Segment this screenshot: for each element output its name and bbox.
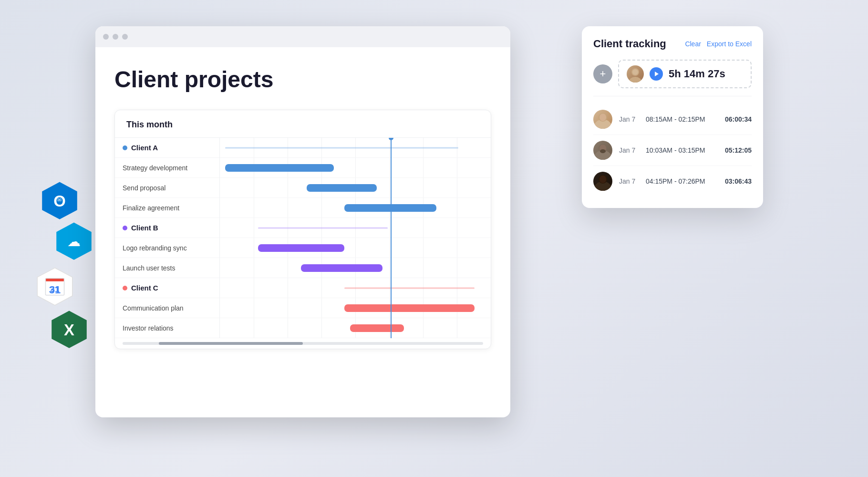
page-title: Client projects [114, 66, 491, 93]
browser-window: Client projects This month Client A Stra… [95, 26, 510, 417]
client-a-dot [123, 145, 127, 150]
browser-content: Client projects This month Client A Stra… [95, 47, 510, 417]
window-dot-2 [113, 34, 118, 40]
log-time-range-1: 08:15AM - 02:15PM [646, 115, 718, 123]
active-timer-row: + 5h 14m 27s [593, 60, 752, 96]
svg-point-25 [599, 176, 606, 183]
gantt-task-label: Investor relations [115, 318, 219, 338]
log-row-3: Jan 7 04:15PM - 07:26PM 03:06:43 [593, 166, 752, 197]
integration-icons: O ✉ ☁ 31 31 X [29, 181, 95, 353]
svg-text:X: X [64, 321, 74, 339]
svg-point-13 [629, 77, 641, 83]
clear-button[interactable]: Clear [685, 40, 701, 48]
gantt-task-label: Launch user tests [115, 258, 219, 278]
log-duration-3: 03:06:43 [725, 177, 752, 185]
gantt-bars [220, 138, 491, 338]
client-b-summary-bar [258, 227, 388, 228]
add-timer-button[interactable]: + [593, 64, 612, 83]
gantt-bar-row [220, 198, 491, 218]
client-a-summary-bar [225, 147, 458, 148]
svg-text:☁: ☁ [67, 234, 81, 249]
client-b-dot [123, 226, 127, 230]
gantt-month-label: This month [126, 120, 173, 129]
svg-rect-7 [45, 278, 64, 281]
gantt-client-c-label: Client C [115, 278, 219, 298]
gantt-task-label: Send proposal [115, 178, 219, 198]
strategy-dev-bar [225, 164, 333, 172]
active-timer-value: 5h 14m 27s [669, 68, 725, 80]
salesforce-icon: ☁ [52, 222, 95, 265]
log-date-3: Jan 7 [619, 177, 639, 185]
gantt-bar-row [220, 138, 491, 158]
send-proposal-bar [307, 184, 377, 192]
gantt-bar-row [220, 258, 491, 278]
browser-titlebar [95, 26, 510, 47]
window-dot-3 [122, 34, 128, 40]
excel-icon: X [48, 310, 91, 353]
export-button[interactable]: Export to Excel [707, 40, 752, 48]
svg-point-18 [599, 114, 606, 121]
log-avatar-2 [593, 141, 612, 160]
active-user-avatar [627, 65, 644, 83]
gantt-labels: Client A Strategy development Send propo… [115, 138, 220, 338]
gantt-scrollbar-thumb[interactable] [159, 342, 303, 345]
svg-point-22 [600, 149, 606, 153]
svg-point-14 [632, 69, 638, 75]
investor-relations-bar [350, 324, 404, 332]
gantt-bar-row [220, 318, 491, 338]
gantt-task-label: Strategy development [115, 158, 219, 178]
log-avatar-1 [593, 110, 612, 129]
gantt-container: This month Client A Strategy development… [114, 110, 491, 349]
tracking-panel: Client tracking Clear Export to Excel + [582, 26, 763, 208]
gantt-task-label: Finalize agreement [115, 198, 219, 218]
tracking-title: Client tracking [593, 38, 666, 50]
gantt-task-label: Logo rebranding sync [115, 238, 219, 258]
tracking-actions: Clear Export to Excel [685, 40, 752, 48]
gantt-task-communication-plan-label: Communication plan [115, 298, 219, 318]
gantt-bar-row [220, 218, 491, 238]
log-duration-2: 05:12:05 [725, 146, 752, 154]
gantt-client-a-label: Client A [115, 138, 219, 158]
gantt-bar-row [220, 158, 491, 178]
window-dot-1 [103, 34, 109, 40]
gantt-header: This month [115, 110, 491, 138]
gantt-bar-row [220, 238, 491, 258]
log-duration-1: 06:00:34 [725, 115, 752, 123]
gantt-body: Client A Strategy development Send propo… [115, 138, 491, 338]
google-calendar-icon: 31 31 [33, 267, 76, 310]
gantt-scrollbar[interactable] [123, 342, 483, 345]
gantt-bar-row [220, 178, 491, 198]
svg-text:31: 31 [50, 284, 60, 294]
log-avatar-3 [593, 172, 612, 191]
gantt-communication-plan-row [220, 298, 491, 318]
communication-plan-bar [344, 304, 475, 312]
log-date-1: Jan 7 [619, 115, 639, 123]
active-timer-card: 5h 14m 27s [618, 60, 752, 88]
today-line [391, 138, 392, 338]
log-row-1: Jan 7 08:15AM - 02:15PM 06:00:34 [593, 104, 752, 135]
logo-rebranding-bar [258, 244, 345, 252]
gantt-client-b-label: Client B [115, 218, 219, 238]
launch-user-tests-bar [301, 264, 382, 272]
log-time-range-3: 04:15PM - 07:26PM [646, 177, 718, 185]
play-icon[interactable] [650, 67, 663, 81]
log-row-2: Jan 7 10:03AM - 03:15PM 05:12:05 [593, 135, 752, 166]
log-time-range-2: 10:03AM - 03:15PM [646, 146, 718, 154]
svg-text:✉: ✉ [58, 197, 62, 203]
gantt-bar-row [220, 278, 491, 298]
outlook-icon: O ✉ [38, 181, 81, 224]
svg-marker-15 [655, 72, 659, 76]
tracking-header: Client tracking Clear Export to Excel [593, 38, 752, 50]
log-date-2: Jan 7 [619, 146, 639, 154]
client-c-dot [123, 286, 127, 290]
client-c-summary-bar [344, 287, 475, 289]
